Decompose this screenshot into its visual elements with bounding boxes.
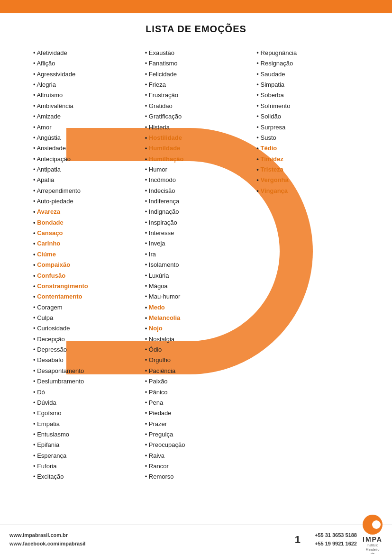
list-item: Dó bbox=[33, 387, 136, 398]
list-item: Interesse bbox=[145, 228, 247, 238]
impa-logo-sub: InstitutoMinuteirodePsicologiaAplicada bbox=[365, 543, 380, 554]
list-item: Auto-piedade bbox=[33, 196, 136, 207]
list-item: Humildade bbox=[145, 143, 247, 154]
impa-logo-text: IMPA bbox=[363, 536, 383, 543]
list-item: Frieza bbox=[145, 80, 247, 90]
list-item: Deslumbramento bbox=[33, 376, 136, 387]
list-item: Humor bbox=[145, 164, 247, 175]
list-item: Preocupação bbox=[145, 440, 247, 450]
impa-logo: IMPA InstitutoMinuteirodePsicologiaAplic… bbox=[363, 515, 383, 554]
list-item: Repugnância bbox=[256, 48, 359, 58]
list-item: Preguiça bbox=[145, 429, 247, 440]
list-item: Carinho bbox=[33, 238, 136, 249]
list-item: Indignação bbox=[145, 207, 247, 217]
list-item: Gratidão bbox=[145, 101, 247, 111]
list-item: Apatia bbox=[33, 175, 136, 185]
list-item: Timidez bbox=[256, 154, 359, 164]
list-item: Desapontamento bbox=[33, 366, 136, 376]
list-item: Exaustão bbox=[145, 48, 247, 58]
phone2: +55 19 9921 1622 bbox=[315, 540, 357, 548]
list-item: Humilhação bbox=[145, 154, 247, 164]
list-item: Pena bbox=[145, 398, 247, 408]
list-item: Isolamento bbox=[145, 260, 247, 270]
emotions-columns: AfetividadeAfliçãoAgressividadeAlegriaAl… bbox=[28, 48, 364, 482]
list-item: Depressão bbox=[33, 345, 136, 355]
list-item: Saudade bbox=[256, 69, 359, 80]
list-item: Cansaço bbox=[33, 228, 136, 238]
list-item: Inspiração bbox=[145, 218, 247, 228]
list-item: Coragem bbox=[33, 302, 136, 313]
footer: www.impabrasil.com.br www.facebook.com/i… bbox=[0, 525, 392, 554]
list-item: Vergonha bbox=[256, 175, 359, 185]
list-item: Pânico bbox=[145, 387, 247, 398]
impa-logo-circle bbox=[363, 515, 383, 535]
list-item: Simpatia bbox=[256, 80, 359, 90]
phone1: +55 31 3653 5188 bbox=[315, 531, 357, 540]
list-item: Ciúme bbox=[33, 249, 136, 260]
list-item: Amor bbox=[33, 122, 136, 133]
list-item: Ambivalência bbox=[33, 101, 136, 111]
list-item: Excitação bbox=[33, 472, 136, 482]
list-item: Mágoa bbox=[145, 281, 247, 291]
list-item: Antecipação bbox=[33, 154, 136, 164]
list-item: Rancor bbox=[145, 461, 247, 472]
list-item: Antipatia bbox=[33, 164, 136, 175]
list-item: Surpresa bbox=[256, 122, 359, 133]
list-item: Altruísmo bbox=[33, 90, 136, 100]
list-item: Prazer bbox=[145, 419, 247, 429]
list-item: Melancolia bbox=[145, 313, 247, 323]
list-item: Arrependimento bbox=[33, 186, 136, 196]
list-item: Compaixão bbox=[33, 260, 136, 270]
list-item: Orgulho bbox=[145, 355, 247, 365]
list-item: Culpa bbox=[33, 313, 136, 323]
list-item: Ira bbox=[145, 249, 247, 260]
list-item: Angústia bbox=[33, 133, 136, 143]
list-item: Vingança bbox=[256, 186, 359, 196]
footer-phones: +55 31 3653 5188 +55 19 9921 1622 bbox=[315, 531, 357, 548]
list-item: Piedade bbox=[145, 408, 247, 418]
column-1: AfetividadeAfliçãoAgressividadeAlegriaAl… bbox=[28, 48, 140, 482]
list-item: Incômodo bbox=[145, 175, 247, 185]
footer-websites: www.impabrasil.com.br www.facebook.com/i… bbox=[9, 531, 281, 548]
list-item: Soberba bbox=[256, 90, 359, 100]
list-item: Paciência bbox=[145, 366, 247, 376]
list-item: Amizade bbox=[33, 111, 136, 122]
list-item: Constrangimento bbox=[33, 281, 136, 291]
list-item: Entusiasmo bbox=[33, 429, 136, 440]
list-item: Resignação bbox=[256, 58, 359, 69]
list-item: Nojo bbox=[145, 323, 247, 334]
list-item: Contentamento bbox=[33, 291, 136, 302]
list-item: Aflição bbox=[33, 58, 136, 69]
list-item: Raiva bbox=[145, 451, 247, 461]
list-item: Mau-humor bbox=[145, 291, 247, 302]
list-item: Esperança bbox=[33, 451, 136, 461]
list-item: Paixão bbox=[145, 376, 247, 387]
list-item: Confusão bbox=[33, 271, 136, 281]
page-number: 1 bbox=[281, 534, 315, 546]
list-item: Empatia bbox=[33, 419, 136, 429]
list-item: Luxúria bbox=[145, 271, 247, 281]
list-item: Medo bbox=[145, 302, 247, 313]
list-item: Solidão bbox=[256, 111, 359, 122]
list-item: Dúvida bbox=[33, 398, 136, 408]
list-item: Inveja bbox=[145, 238, 247, 249]
list-item: Decepção bbox=[33, 334, 136, 345]
list-item: Histeria bbox=[145, 122, 247, 133]
list-item: Epifania bbox=[33, 440, 136, 450]
list-item: Gratificação bbox=[145, 111, 247, 122]
list-item: Indecisão bbox=[145, 186, 247, 196]
list-item: Bondade bbox=[33, 218, 136, 228]
list-item: Alegria bbox=[33, 80, 136, 90]
list-item: Afetividade bbox=[33, 48, 136, 58]
list-item: Hostilidade bbox=[145, 133, 247, 143]
list-item: Tristeza bbox=[256, 164, 359, 175]
column-2: ExaustãoFanatismoFelicidadeFriezaFrustra… bbox=[140, 48, 252, 482]
list-item: Tédio bbox=[256, 143, 359, 154]
list-item: Susto bbox=[256, 133, 359, 143]
list-item: Fanatismo bbox=[145, 58, 247, 69]
website1: www.impabrasil.com.br bbox=[9, 531, 281, 540]
list-item: Ódio bbox=[145, 345, 247, 355]
website2: www.facebook.com/impabrasil bbox=[9, 540, 281, 548]
list-item: Egoísmo bbox=[33, 408, 136, 418]
list-item: Felicidade bbox=[145, 69, 247, 80]
